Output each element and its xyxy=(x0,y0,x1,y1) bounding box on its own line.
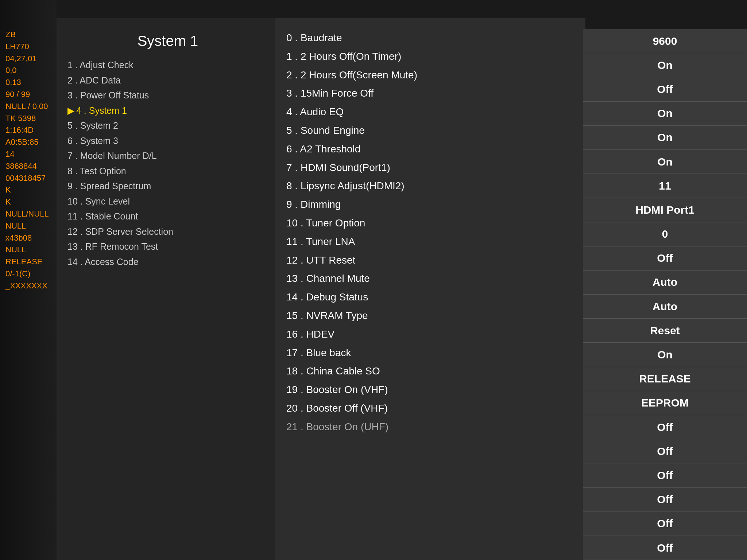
nav-item-3[interactable]: 3 . Power Off Status xyxy=(67,89,268,102)
sidebar-004318457: 004318457 xyxy=(5,173,53,184)
nav-item-9[interactable]: 9 . Spread Spectrum xyxy=(67,179,268,193)
menu-item-4[interactable]: 4 . Audio EQ xyxy=(286,103,578,121)
nav-item-10[interactable]: 10 . Sync Level xyxy=(67,195,268,209)
sidebar-release: RELEASE xyxy=(5,256,53,268)
value-11: 11 xyxy=(583,174,747,198)
menu-item-3[interactable]: 3 . 15Min Force Off xyxy=(286,85,578,102)
value-off-4: Off xyxy=(583,439,747,463)
menu-item-5[interactable]: 5 . Sound Engine xyxy=(286,122,578,140)
value-on-4: On xyxy=(583,150,747,174)
sidebar-date: 04,27,01 xyxy=(5,53,53,65)
sidebar-null000: NULL / 0,00 xyxy=(5,101,53,112)
nav-item-1[interactable]: 1 . Adjust Check xyxy=(67,58,268,72)
menu-item-19[interactable]: 19 . Booster On (VHF) xyxy=(286,381,578,399)
nav-item-4[interactable]: ▶4 . System 1 xyxy=(67,104,268,118)
sidebar-k1: K xyxy=(5,184,53,196)
value-on-1: On xyxy=(583,53,747,77)
sidebar-nullnull: NULL/NULL xyxy=(5,209,53,220)
menu-item-1[interactable]: 1 . 2 Hours Off(On Timer) xyxy=(286,48,578,66)
sidebar-k2: K xyxy=(5,197,53,208)
sidebar-x43b08: x43b08 xyxy=(5,233,53,244)
value-off-6: Off xyxy=(583,488,747,512)
sidebar-00: 0,0 xyxy=(5,65,53,76)
panel-title: System 1 xyxy=(67,33,268,49)
nav-item-14[interactable]: 14 . Access Code xyxy=(67,255,268,269)
menu-item-0[interactable]: 0 . Baudrate xyxy=(286,29,578,47)
value-off-2: Off xyxy=(583,246,747,271)
menu-item-17[interactable]: 17 . Blue back xyxy=(286,344,578,362)
sidebar-null2: NULL xyxy=(5,244,53,256)
sidebar-zb: ZB xyxy=(5,29,53,40)
sidebar-9099: 90 / 99 xyxy=(5,89,53,100)
menu-item-14[interactable]: 14 . Debug Status xyxy=(286,288,578,306)
menu-item-13[interactable]: 13 . Channel Mute xyxy=(286,270,578,288)
sidebar-time: 1:16:4D xyxy=(5,125,53,136)
value-0: 0 xyxy=(583,222,747,246)
left-sidebar: ZB LH770 04,27,01 0,0 0.13 90 / 99 NULL … xyxy=(0,0,57,560)
sidebar-3868844: 3868844 xyxy=(5,161,53,172)
left-nav: 1 . Adjust Check 2 . ADC Data 3 . Power … xyxy=(67,58,268,269)
nav-item-12[interactable]: 12 . SDP Server Selection xyxy=(67,225,268,239)
menu-item-12[interactable]: 12 . UTT Reset xyxy=(286,252,578,269)
value-off-1: Off xyxy=(583,77,747,101)
sidebar-013: 0.13 xyxy=(5,77,53,88)
sidebar-14: 14 xyxy=(5,149,53,160)
value-eeprom: EEPROM xyxy=(583,391,747,415)
value-off-5: Off xyxy=(583,463,747,487)
value-on-2: On xyxy=(583,102,747,126)
menu-item-21[interactable]: 21 . Booster On (UHF) xyxy=(286,418,578,436)
value-hdmi-port1: HDMI Port1 xyxy=(583,198,747,222)
sidebar-xxx: _XXXXXXX xyxy=(5,280,53,292)
menu-item-11[interactable]: 11 . Tuner LNA xyxy=(286,233,578,251)
sidebar-lh770: LH770 xyxy=(5,41,53,52)
sidebar-mac: A0:5B:85 xyxy=(5,137,53,148)
nav-item-2[interactable]: 2 . ADC Data xyxy=(67,74,268,88)
sidebar-null: NULL xyxy=(5,221,53,232)
nav-item-8[interactable]: 8 . Test Option xyxy=(67,164,268,178)
sidebar-tk5398: TK 5398 xyxy=(5,113,53,124)
menu-item-15[interactable]: 15 . NVRAM Type xyxy=(286,307,578,325)
menu-item-6[interactable]: 6 . A2 Threshold xyxy=(286,140,578,158)
menu-item-8[interactable]: 8 . Lipsync Adjust(HDMI2) xyxy=(286,177,578,195)
value-on-5: On xyxy=(583,343,747,367)
sidebar-01c: 0/-1(C) xyxy=(5,268,53,280)
value-off-8: Off xyxy=(583,536,747,560)
nav-item-13[interactable]: 13 . RF Remocon Test xyxy=(67,240,268,254)
nav-item-11[interactable]: 11 . Stable Count xyxy=(67,210,268,223)
value-auto-1: Auto xyxy=(583,271,747,295)
value-off-3: Off xyxy=(583,415,747,439)
nav-item-5[interactable]: 5 . System 2 xyxy=(67,119,268,133)
value-auto-2: Auto xyxy=(583,295,747,319)
value-off-7: Off xyxy=(583,512,747,536)
value-on-3: On xyxy=(583,126,747,150)
menu-item-7[interactable]: 7 . HDMI Sound(Port1) xyxy=(286,159,578,177)
values-panel: 9600 On Off On On On 11 HDMI Port1 0 Off… xyxy=(583,29,747,560)
menu-item-20[interactable]: 20 . Booster Off (VHF) xyxy=(286,400,578,417)
value-reset: Reset xyxy=(583,319,747,343)
menu-item-10[interactable]: 10 . Tuner Option xyxy=(286,214,578,232)
menu-item-2[interactable]: 2 . 2 Hours Off(Screen Mute) xyxy=(286,66,578,84)
menu-item-9[interactable]: 9 . Dimming xyxy=(286,196,578,214)
value-release: RELEASE xyxy=(583,367,747,391)
value-9600: 9600 xyxy=(583,29,747,53)
menu-list: 0 . Baudrate 1 . 2 Hours Off(On Timer) 2… xyxy=(286,29,578,436)
nav-item-7[interactable]: 7 . Model Number D/L xyxy=(67,149,268,163)
menu-item-16[interactable]: 16 . HDEV xyxy=(286,326,578,343)
menu-item-18[interactable]: 18 . China Cable SO xyxy=(286,362,578,380)
nav-item-6[interactable]: 6 . System 3 xyxy=(67,134,268,148)
